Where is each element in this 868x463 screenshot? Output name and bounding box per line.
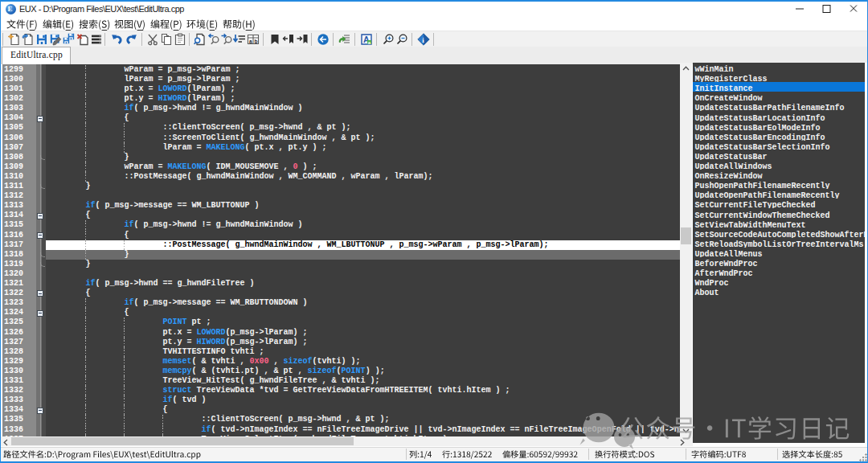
svg-text:b: b — [255, 39, 258, 44]
svg-text:a: a — [249, 39, 252, 44]
